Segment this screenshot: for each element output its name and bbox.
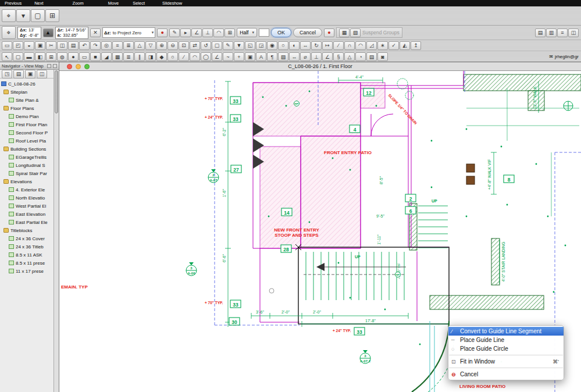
tree-item-project-root[interactable]: C_L08-08-26 [0, 80, 59, 88]
selection-marquee-icon[interactable]: ▢ [31, 9, 45, 22]
tree-item-85x11-presentation[interactable]: 8.5 x 11 prese [0, 259, 59, 267]
navigator-scrollbar[interactable] [54, 70, 59, 392]
section-tool-icon[interactable]: § [333, 52, 344, 61]
drawing-titlebar[interactable]: C_L08-08-26 / 1. First Floor [59, 62, 581, 71]
tree-item-exterior-elevation[interactable]: 4. Exterior Ele [0, 186, 59, 194]
menu-item-convert-guide-line-segment[interactable]: ∕ Convert to Guide Line Segment [448, 327, 564, 336]
palette-menu-icon[interactable]: ≡ [557, 28, 568, 37]
menu-previous[interactable]: Previous [5, 1, 22, 6]
tree-item-roof-level-plan[interactable]: Roof Level Pla [0, 137, 59, 145]
railing-tool-icon[interactable]: ∥ [134, 52, 145, 61]
radial-dimension-tool-icon[interactable]: ⌀ [300, 52, 311, 61]
door-tool-icon[interactable]: ◧ [35, 52, 45, 61]
new-document-icon[interactable]: ▭ [2, 41, 12, 50]
ok-button[interactable]: OK [271, 28, 291, 37]
arc-tool-icon[interactable]: ◠ [190, 52, 200, 61]
tree-item-spiral-stair[interactable]: Spiral Stair Par [0, 169, 59, 177]
tree-item-east-elevation[interactable]: East Elevation [0, 210, 59, 218]
zoom-out-icon[interactable]: ⊖ [167, 41, 178, 50]
xy-tracker[interactable]: Δx:13' Δy:-6'-8" [17, 27, 41, 39]
scale-select[interactable]: Half ▾ [237, 28, 257, 37]
circle-tool-icon[interactable]: ◯ [201, 52, 211, 61]
record-point-icon[interactable]: ● [157, 28, 167, 37]
figure-tool-icon[interactable]: ▣ [245, 52, 255, 61]
check-document-icon[interactable]: ✓ [388, 41, 399, 50]
value-field[interactable] [259, 28, 269, 37]
column-tool-icon[interactable]: ● [68, 52, 79, 61]
menu-next[interactable]: Next [34, 1, 43, 6]
zone-tool-icon[interactable]: ◨ [145, 52, 156, 61]
tree-item-west-partial-elevation[interactable]: West Partial El [0, 202, 59, 210]
hotspot-tool-icon[interactable]: + [234, 52, 244, 61]
layer-settings-icon[interactable]: ≣ [123, 41, 134, 50]
project-map-icon[interactable]: ◳ [2, 70, 12, 79]
angle-mode-icon[interactable]: ▲ [43, 28, 54, 37]
rotate-icon[interactable]: ↻ [311, 41, 322, 50]
pen-icon[interactable]: ✎ [169, 28, 180, 37]
window-tool-icon[interactable]: ⊞ [46, 52, 56, 61]
dimension-tool-icon[interactable]: ↔ [289, 52, 300, 61]
publish-icon[interactable]: ↥ [411, 41, 421, 50]
inject-parameters-icon[interactable]: ▼ [234, 41, 244, 50]
close-tracker-icon[interactable]: ✕ [90, 28, 101, 37]
rotate-view-icon[interactable]: ↺ [201, 41, 211, 50]
object-tool-icon[interactable]: ◆ [156, 52, 167, 61]
group-toggle-icon[interactable]: ▦ [339, 28, 350, 37]
scale-dropdown-icon[interactable]: ▾ [252, 30, 254, 35]
tracker-toggle-icon[interactable]: ⌖ [2, 9, 16, 22]
tree-item-floor-plans[interactable]: Floor Plans [0, 104, 59, 112]
window-cascade-icon[interactable]: ▥ [546, 28, 557, 37]
print-icon[interactable]: ▣ [35, 41, 45, 50]
lamp-tool-icon[interactable]: ○ [167, 52, 178, 61]
scrollbar-thumb[interactable] [55, 70, 58, 113]
fill-tool-icon[interactable]: ▨ [278, 52, 288, 61]
dz-value[interactable]: to Project Zero [113, 30, 150, 35]
layout-book-icon[interactable]: ▣ [25, 70, 35, 79]
cut-icon[interactable]: ✂ [46, 41, 56, 50]
wall-tool-icon[interactable]: ▬ [24, 52, 34, 61]
fit-in-window-icon[interactable]: ⊡ [179, 41, 189, 50]
intersect-icon[interactable]: ∩ [344, 41, 355, 50]
mail-icon[interactable]: ✉ [549, 54, 553, 59]
elevation-tool-icon[interactable]: △ [344, 52, 355, 61]
tree-item-demo-plan[interactable]: Demo Plan [0, 112, 59, 120]
story-up-icon[interactable]: △ [134, 41, 145, 50]
polyline-tool-icon[interactable]: ∠ [212, 52, 222, 61]
worksheet-tool-icon[interactable]: ▤ [366, 52, 377, 61]
menu-select[interactable]: Select [133, 1, 145, 6]
copy-icon[interactable]: ◫ [57, 41, 67, 50]
stair-tool-icon[interactable]: ≣ [123, 52, 134, 61]
tree-item-titleblocks[interactable]: Titleblocks [0, 226, 59, 234]
perpendicular-snap-icon[interactable]: ⊥ [202, 28, 213, 37]
pickup-parameters-icon[interactable]: ✎ [223, 41, 233, 50]
story-down-icon[interactable]: ▽ [145, 41, 156, 50]
tree-item-11x17-presentation[interactable]: 11 x 17 prese [0, 267, 59, 275]
cancel-button[interactable]: Cancel [293, 28, 322, 37]
menu-zoom[interactable]: Zoom [73, 1, 84, 6]
tree-item-building-sections[interactable]: Building Sections [0, 145, 59, 153]
menu-item-cancel[interactable]: ⊖ Cancel [448, 370, 564, 379]
pan-icon[interactable]: ⇄ [190, 41, 200, 50]
zoom-in-icon[interactable]: ⊕ [156, 41, 167, 50]
stretch-icon[interactable]: ↦ [322, 41, 333, 50]
paste-icon[interactable]: ▤ [68, 41, 79, 50]
tree-item-24x36-titleblock[interactable]: 24 x 36 Titleb [0, 243, 59, 251]
angle-dimension-tool-icon[interactable]: ∠ [322, 52, 333, 61]
tree-item-85x11-ask[interactable]: 8.5 x 11 ASK [0, 251, 59, 259]
resize-icon[interactable]: ◿ [366, 41, 377, 50]
tree-item-site-plan[interactable]: Site Plan & [0, 96, 59, 104]
dz-dropdown-icon[interactable]: ▾ [152, 30, 154, 35]
tree-item-egarage-trellis[interactable]: EGarageTrellis [0, 153, 59, 161]
slab-tool-icon[interactable]: ■ [90, 52, 101, 61]
menu-item-place-guide-line[interactable]: ┄ Place Guide Line [448, 336, 564, 344]
grid-snap-icon[interactable]: ⊞ [45, 9, 59, 22]
arrow-dropdown-icon[interactable]: ▾ [16, 9, 30, 22]
menu-move[interactable]: Move [108, 1, 119, 6]
save-icon[interactable]: ◒ [24, 41, 34, 50]
grid-lock-icon[interactable]: ⊞ [224, 28, 235, 37]
lock-icon[interactable]: ◉ [267, 41, 277, 50]
origin-icon[interactable]: ⌖ [2, 26, 16, 39]
fillet-icon[interactable]: ◠ [355, 41, 366, 50]
menu-item-place-guide-circle[interactable]: ◌ Place Guide Circle [448, 344, 564, 353]
tangent-snap-icon[interactable]: ◠ [213, 28, 224, 37]
